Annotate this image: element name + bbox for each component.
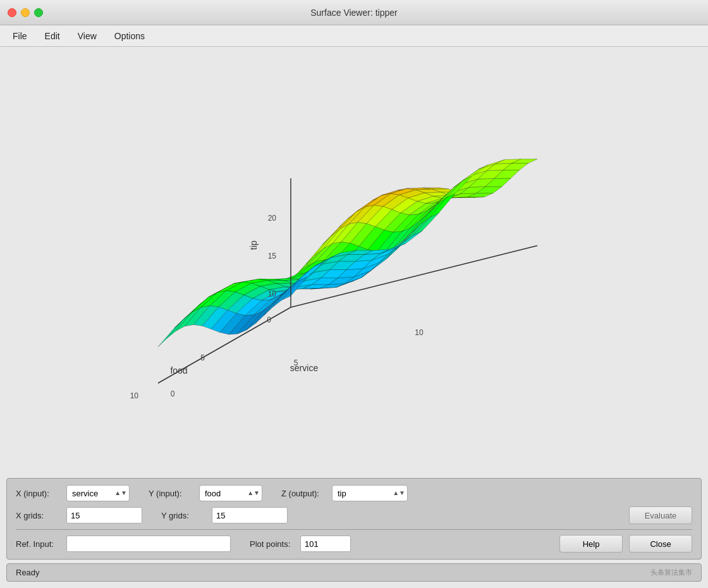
controls-row-3: Ref. Input: Plot points: Help Close <box>16 535 692 553</box>
titlebar: Surface Viewer: tipper <box>0 0 708 25</box>
z-output-label: Z (output): <box>281 489 326 498</box>
divider <box>16 529 692 530</box>
controls-panel: X (input): service food ▲▼ Y (input): fo… <box>6 478 702 560</box>
x-input-dropdown-wrapper: service food ▲▼ <box>66 485 130 501</box>
x-grids-label: X grids: <box>16 511 60 520</box>
menu-edit[interactable]: Edit <box>37 28 68 44</box>
help-button[interactable]: Help <box>559 535 623 553</box>
menu-file[interactable]: File <box>5 28 35 44</box>
y-grids-label: Y grids: <box>161 511 205 520</box>
y-input-label: Y (input): <box>149 489 193 498</box>
plot-points-input[interactable] <box>300 536 351 552</box>
menu-view[interactable]: View <box>70 28 104 44</box>
close-app-button[interactable]: Close <box>629 535 692 553</box>
menu-options[interactable]: Options <box>107 28 152 44</box>
y-grids-input[interactable] <box>212 507 288 524</box>
x-grids-input[interactable] <box>66 507 142 524</box>
traffic-lights <box>8 8 43 17</box>
z-output-dropdown-wrapper: tip ▲▼ <box>332 485 408 501</box>
y-input-dropdown-wrapper: food service ▲▼ <box>199 485 262 501</box>
status-text: Ready <box>16 568 40 577</box>
plot-area <box>6 53 702 474</box>
close-button[interactable] <box>8 8 16 17</box>
main-content: X (input): service food ▲▼ Y (input): fo… <box>0 47 708 588</box>
window-title: Surface Viewer: tipper <box>310 8 397 18</box>
ref-input-field[interactable] <box>66 536 231 552</box>
plot-points-label: Plot points: <box>250 539 294 549</box>
y-input-select[interactable]: food service <box>199 485 262 501</box>
surface-plot <box>114 102 594 425</box>
watermark: 头条算法集市 <box>650 568 692 577</box>
ref-input-label: Ref. Input: <box>16 539 60 549</box>
evaluate-button[interactable]: Evaluate <box>629 506 692 524</box>
x-input-select[interactable]: service food <box>66 485 130 501</box>
x-input-label: X (input): <box>16 489 60 498</box>
minimize-button[interactable] <box>21 8 30 17</box>
controls-row-1: X (input): service food ▲▼ Y (input): fo… <box>16 485 692 501</box>
z-output-select[interactable]: tip <box>332 485 408 501</box>
status-bar: Ready 头条算法集市 <box>6 563 702 582</box>
controls-row-2: X grids: Y grids: Evaluate <box>16 506 692 524</box>
menubar: File Edit View Options <box>0 25 708 47</box>
maximize-button[interactable] <box>34 8 43 17</box>
